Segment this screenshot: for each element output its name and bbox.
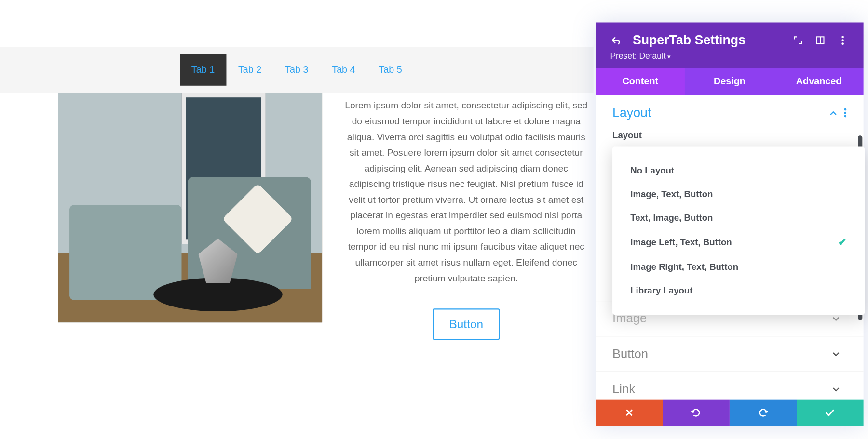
tab-advanced[interactable]: Advanced (774, 68, 863, 95)
layout-option-image-left[interactable]: Image Left, Text, Button✔ (612, 229, 865, 255)
chevron-down-icon (832, 316, 840, 321)
content-paragraph: Lorem ipsum dolor sit amet, consectetur … (345, 97, 588, 286)
settings-body: Layout Layout No Layout Image, Text, But… (596, 95, 863, 400)
layout-field-label: Layout (612, 131, 847, 141)
svg-point-3 (841, 39, 844, 41)
save-button[interactable] (797, 400, 864, 426)
section-layout-head[interactable]: Layout (596, 95, 863, 131)
section-menu-icon[interactable] (844, 108, 847, 118)
svg-point-2 (841, 36, 844, 38)
svg-point-7 (844, 115, 847, 118)
cancel-button[interactable] (596, 400, 663, 426)
svg-point-6 (844, 112, 847, 114)
settings-footer (596, 400, 863, 426)
svg-point-4 (841, 42, 844, 45)
tab-1[interactable]: Tab 1 (179, 54, 226, 86)
undo-button[interactable] (663, 400, 730, 426)
tab-3[interactable]: Tab 3 (273, 54, 320, 86)
content-button[interactable]: Button (433, 308, 500, 340)
preset-select[interactable]: Preset: Default (610, 51, 849, 61)
back-icon[interactable] (610, 34, 623, 46)
preview-content: Lorem ipsum dolor sit amet, consectetur … (58, 93, 588, 340)
settings-panel: SuperTab Settings Preset: Default Conten… (596, 22, 863, 426)
layout-option-text-image-button[interactable]: Text, Image, Button (612, 206, 865, 230)
chevron-down-icon (832, 351, 840, 357)
layout-option-image-right[interactable]: Image Right, Text, Button (612, 255, 865, 279)
menu-icon[interactable] (837, 34, 849, 46)
section-link-title: Link (612, 382, 832, 396)
tab-4[interactable]: Tab 4 (320, 54, 367, 86)
settings-title: SuperTab Settings (633, 32, 782, 47)
layout-option-no-layout[interactable]: No Layout (612, 159, 865, 183)
layout-option-library[interactable]: Library Layout (612, 279, 865, 303)
section-button-head[interactable]: Button (596, 336, 863, 371)
redo-button[interactable] (730, 400, 797, 426)
tab-design[interactable]: Design (685, 68, 774, 95)
section-layout-title: Layout (612, 105, 829, 120)
chevron-down-icon (832, 386, 840, 392)
chevron-up-icon (829, 110, 837, 116)
responsive-icon[interactable] (814, 34, 827, 46)
tab-content[interactable]: Content (596, 68, 685, 95)
content-image (58, 93, 322, 322)
section-link-head[interactable]: Link (596, 371, 863, 399)
layout-option-image-text-button[interactable]: Image, Text, Button (612, 183, 865, 206)
settings-tabs: Content Design Advanced (596, 68, 863, 95)
section-button-title: Button (612, 346, 832, 361)
check-icon: ✔ (838, 236, 846, 249)
tab-2[interactable]: Tab 2 (227, 54, 273, 86)
tab-5[interactable]: Tab 5 (367, 54, 414, 86)
settings-header: SuperTab Settings Preset: Default (596, 22, 863, 68)
preview-tabbar: Tab 1 Tab 2 Tab 3 Tab 4 Tab 5 (0, 47, 594, 93)
svg-point-5 (844, 108, 847, 111)
expand-icon[interactable] (792, 34, 804, 46)
layout-dropdown: No Layout Image, Text, Button Text, Imag… (612, 146, 865, 315)
